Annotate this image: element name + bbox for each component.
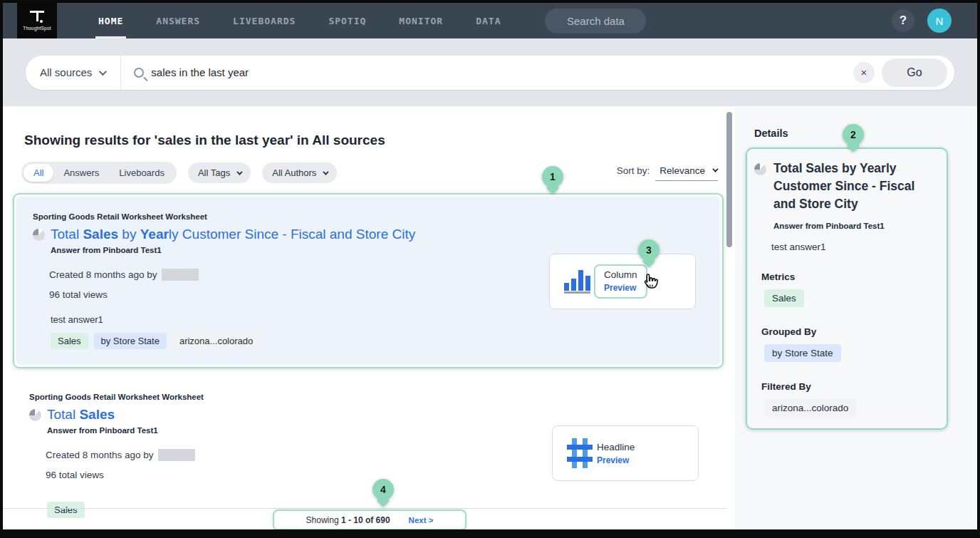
tab-liveboards[interactable]: Liveboards bbox=[109, 164, 174, 182]
search-bar: All sources × Go bbox=[26, 56, 954, 90]
chevron-down-icon bbox=[99, 67, 107, 75]
sort-label: Sort by: bbox=[617, 165, 650, 176]
filter-row: All Answers Liveboards All Tags All Auth… bbox=[21, 162, 718, 184]
top-navbar: ThoughtSpot HOME ANSWERS LIVEBOARDS SPOT… bbox=[3, 3, 977, 38]
user-avatar[interactable]: N bbox=[927, 9, 952, 33]
results-heading: Showing results for 'sales in the last y… bbox=[24, 133, 735, 148]
redacted-author bbox=[162, 269, 199, 281]
result-source: Sporting Goods Retail Worksheet Workshee… bbox=[29, 393, 735, 401]
filtered-by-section: Filtered By arizona...colorado bbox=[761, 381, 935, 417]
tab-all[interactable]: All bbox=[24, 164, 53, 182]
preview-link[interactable]: Preview bbox=[604, 283, 637, 293]
result-card-2[interactable]: Sporting Goods Retail Worksheet Workshee… bbox=[15, 390, 735, 518]
tags-filter-dropdown[interactable]: All Tags bbox=[188, 162, 251, 183]
filtered-by-label: Filtered By bbox=[761, 381, 935, 392]
details-title: Total Sales by Yearly Customer Since - F… bbox=[773, 160, 935, 213]
pagination-summary: Showing 1 - 10 of 690 bbox=[306, 515, 390, 525]
nav-item-spotiq[interactable]: SPOTIQ bbox=[328, 3, 366, 38]
highlight-box-result-1: Sporting Goods Retail Worksheet Workshee… bbox=[13, 193, 724, 368]
highlight-box-preview: Column Preview bbox=[594, 264, 647, 299]
callout-pin-4: 4 bbox=[372, 479, 394, 500]
vertical-scrollbar[interactable] bbox=[726, 112, 732, 247]
answer-pie-icon bbox=[33, 229, 45, 241]
filtered-by-tag[interactable]: arizona...colorado bbox=[764, 399, 856, 417]
preview-type-label: Column bbox=[604, 269, 637, 280]
result-card-1[interactable]: Sporting Goods Retail Worksheet Workshee… bbox=[16, 197, 720, 365]
thoughtspot-logo-label: ThoughtSpot bbox=[23, 26, 51, 31]
search-input[interactable] bbox=[151, 66, 853, 78]
results-main: Showing results for 'sales in the last y… bbox=[3, 106, 735, 529]
title-part-bold: Sales bbox=[79, 407, 115, 422]
headline-hash-icon bbox=[567, 438, 593, 468]
metrics-section: Metrics Sales bbox=[761, 271, 935, 307]
grouped-by-label: Grouped By bbox=[761, 326, 935, 337]
nav-item-liveboards[interactable]: LIVEBOARDS bbox=[233, 3, 296, 38]
nav-item-data[interactable]: DATA bbox=[476, 3, 501, 38]
grouped-by-tag[interactable]: by Store State bbox=[764, 344, 841, 362]
nav-item-home[interactable]: HOME bbox=[98, 3, 123, 38]
metrics-tag[interactable]: Sales bbox=[764, 289, 804, 307]
preview-card-headline[interactable]: Headline Preview bbox=[552, 425, 699, 481]
result-source: Sporting Goods Retail Worksheet Workshee… bbox=[33, 212, 706, 221]
tags-filter-label: All Tags bbox=[198, 167, 230, 178]
pagination-range: 1 - 10 of 690 bbox=[341, 515, 390, 525]
title-part: Total bbox=[47, 407, 79, 422]
pagination-next-link[interactable]: Next > bbox=[409, 516, 434, 524]
tag-filter[interactable]: arizona...colorado bbox=[172, 333, 260, 349]
result-title-link[interactable]: Total Sales by Yearly Customer Since - F… bbox=[51, 227, 415, 242]
nav-item-answers[interactable]: ANSWERS bbox=[156, 3, 200, 38]
preview-type-label: Headline bbox=[597, 442, 635, 452]
authors-filter-dropdown[interactable]: All Authors bbox=[262, 162, 337, 183]
source-selector[interactable]: All sources bbox=[26, 56, 120, 90]
created-label: Created 8 months ago by bbox=[49, 269, 157, 280]
highlight-box-pagination: Showing 1 - 10 of 690 Next > bbox=[273, 509, 466, 529]
search-icon bbox=[134, 68, 144, 78]
result-type-tabs: All Answers Liveboards bbox=[21, 162, 177, 184]
search-strip: All sources × Go bbox=[3, 38, 977, 106]
help-button[interactable]: ? bbox=[892, 9, 914, 32]
pagination-showing-label: Showing bbox=[306, 515, 339, 525]
tag-grouped-by[interactable]: by Store State bbox=[94, 333, 167, 349]
divider bbox=[120, 56, 121, 90]
hand-cursor-icon bbox=[640, 271, 660, 291]
title-part-bold: Sales bbox=[83, 227, 118, 242]
title-part-bold: Year bbox=[140, 227, 169, 242]
authors-filter-label: All Authors bbox=[272, 167, 316, 178]
source-selector-label: All sources bbox=[40, 66, 92, 78]
created-label: Created 8 months ago by bbox=[46, 450, 154, 460]
go-button[interactable]: Go bbox=[882, 58, 947, 87]
sort-value-label: Relevance bbox=[660, 165, 705, 176]
search-data-button[interactable]: Search data bbox=[545, 9, 646, 33]
thoughtspot-logo[interactable]: ThoughtSpot bbox=[17, 3, 57, 38]
column-chart-icon bbox=[564, 270, 590, 294]
tags-row: Sales by Store State arizona...colorado bbox=[51, 333, 706, 349]
result-title-link[interactable]: Total Sales bbox=[47, 407, 115, 423]
callout-pin-3: 3 bbox=[638, 239, 660, 261]
content-area: Showing results for 'sales in the last y… bbox=[3, 106, 977, 529]
tag-metric[interactable]: Sales bbox=[51, 333, 88, 349]
title-part: Total bbox=[51, 227, 83, 242]
pagination-bar: Showing 1 - 10 of 690 Next > bbox=[3, 508, 726, 529]
details-panel: Details Total Sales by Yearly Customer S… bbox=[735, 106, 977, 529]
chevron-down-icon bbox=[323, 169, 329, 175]
sort-control: Sort by: Relevance bbox=[617, 165, 718, 181]
redacted-author bbox=[158, 449, 195, 461]
nav-item-monitor[interactable]: MONITOR bbox=[399, 3, 443, 38]
preview-link[interactable]: Preview bbox=[597, 455, 635, 465]
title-part: ly Customer Since - Fiscal and Store Cit… bbox=[169, 227, 415, 242]
nav-menu: HOME ANSWERS LIVEBOARDS SPOTIQ MONITOR D… bbox=[98, 3, 501, 38]
chevron-down-icon bbox=[712, 166, 718, 172]
tab-answers[interactable]: Answers bbox=[53, 164, 109, 182]
result-description: test answer1 bbox=[51, 314, 706, 325]
nav-right-controls: ? N bbox=[892, 9, 952, 33]
details-description: test answer1 bbox=[771, 242, 935, 252]
title-part: by bbox=[118, 227, 140, 242]
callout-pin-1: 1 bbox=[542, 166, 563, 187]
metrics-label: Metrics bbox=[761, 271, 935, 282]
clear-search-button[interactable]: × bbox=[853, 62, 875, 83]
preview-card-column[interactable]: Column Preview bbox=[549, 254, 696, 309]
details-heading: Details bbox=[754, 128, 977, 139]
screenshot-frame: ThoughtSpot HOME ANSWERS LIVEBOARDS SPOT… bbox=[0, 0, 980, 538]
sort-dropdown[interactable]: Relevance bbox=[655, 165, 718, 181]
answer-pie-icon bbox=[29, 409, 41, 421]
